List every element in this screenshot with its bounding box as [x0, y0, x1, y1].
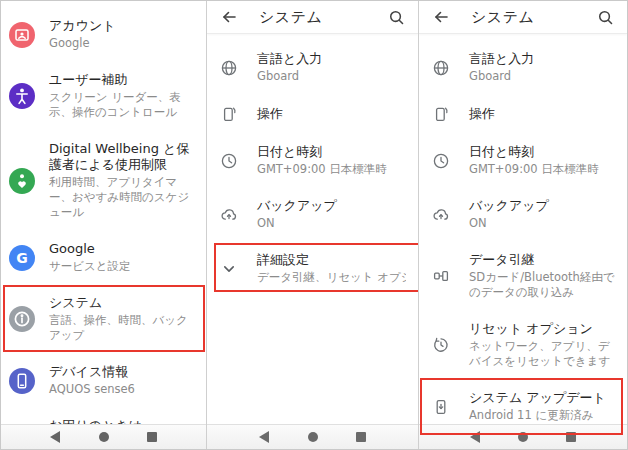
search-icon[interactable]	[597, 9, 614, 26]
panel-settings-main: アカウント Google ユーザー補助 スクリーン リーダー、表示、操作のコント…	[1, 1, 207, 449]
item-title: デバイス情報	[49, 364, 194, 380]
settings-item-google[interactable]: G Google サービスと設定	[1, 233, 206, 282]
svg-text:G: G	[16, 250, 28, 266]
google-icon: G	[9, 245, 35, 271]
search-icon[interactable]	[388, 9, 405, 26]
settings-item-language-input[interactable]: 言語と入力 Gboard	[207, 43, 418, 92]
settings-item-device-info[interactable]: デバイス情報 AQUOS sense6	[1, 356, 206, 405]
settings-item-system[interactable]: システム 言語、操作、時間、バックアップ	[1, 287, 206, 351]
datetime-clock-icon	[432, 152, 450, 170]
item-title: システム アップデート	[469, 390, 615, 406]
screenshot-triple-android-settings: アカウント Google ユーザー補助 スクリーン リーダー、表示、操作のコント…	[0, 0, 628, 450]
android-navbar	[1, 424, 206, 449]
nav-recents-button[interactable]	[352, 429, 370, 445]
panel-system-expanded: システム 言語と入力 Gboard 操作	[419, 1, 627, 449]
settings-list: アカウント Google ユーザー補助 スクリーン リーダー、表示、操作のコント…	[1, 1, 206, 449]
item-title: リセット オプション	[469, 321, 615, 337]
item-subtitle: Gboard	[257, 69, 406, 84]
settings-item-date-time[interactable]: 日付と時刻 GMT+09:00 日本標準時	[207, 136, 418, 185]
item-title: 言語と入力	[257, 51, 406, 67]
android-navbar	[207, 424, 418, 449]
back-arrow-icon[interactable]	[220, 8, 238, 26]
data-transfer-icon	[432, 267, 450, 285]
item-subtitle: Android 11 に更新済み	[469, 408, 615, 423]
system-settings-list: 言語と入力 Gboard 操作 日付と時刻 GMT	[207, 34, 418, 293]
item-title: 日付と時刻	[469, 144, 615, 160]
item-title: 詳細設定	[257, 252, 406, 268]
item-subtitle: SDカード/Bluetooth経由でのデータの取り込み	[469, 270, 615, 300]
item-title: Google	[49, 241, 194, 257]
item-subtitle: データ引継、リセット オプシ..	[257, 270, 406, 285]
nav-back-button[interactable]	[47, 429, 65, 445]
settings-item-backup[interactable]: バックアップ ON	[419, 190, 627, 239]
item-title: バックアップ	[469, 198, 615, 214]
settings-item-language-input[interactable]: 言語と入力 Gboard	[419, 43, 627, 92]
item-subtitle: サービスと設定	[49, 259, 194, 274]
settings-item-reset-options[interactable]: リセット オプション ネットワーク、アプリ、デバイスをリセットできます	[419, 313, 627, 377]
datetime-clock-icon	[220, 152, 238, 170]
nav-home-button[interactable]	[95, 429, 113, 445]
item-title: 日付と時刻	[257, 144, 406, 160]
item-title: 操作	[469, 106, 615, 122]
settings-item-backup[interactable]: バックアップ ON	[207, 190, 418, 239]
item-subtitle: 言語、操作、時間、バックアップ	[49, 313, 194, 343]
language-globe-icon	[432, 59, 450, 77]
chevron-down-icon	[220, 260, 238, 278]
item-subtitle: ON	[469, 216, 615, 231]
item-title: 言語と入力	[469, 51, 615, 67]
system-update-icon	[432, 398, 450, 416]
item-title: データ引継	[469, 252, 615, 268]
backup-cloud-icon	[220, 206, 238, 224]
nav-back-button[interactable]	[466, 429, 484, 445]
item-subtitle: Google	[49, 36, 194, 51]
item-subtitle: ON	[257, 216, 406, 231]
app-bar: システム	[419, 1, 627, 34]
system-settings-list: 言語と入力 Gboard 操作 日付と時刻 GMT	[419, 34, 627, 431]
item-subtitle: Gboard	[469, 69, 615, 84]
settings-item-gestures[interactable]: 操作	[207, 97, 418, 131]
back-arrow-icon[interactable]	[432, 8, 450, 26]
settings-item-advanced[interactable]: 詳細設定 データ引継、リセット オプシ..	[207, 244, 418, 293]
app-bar: システム	[207, 1, 418, 34]
page-title: システム	[471, 8, 534, 27]
settings-item-accessibility[interactable]: ユーザー補助 スクリーン リーダー、表示、操作のコントロール	[1, 64, 206, 128]
item-title: アカウント	[49, 18, 194, 34]
item-subtitle: ネットワーク、アプリ、デバイスをリセットできます	[469, 339, 615, 369]
item-subtitle: AQUOS sense6	[49, 382, 194, 397]
item-subtitle: GMT+09:00 日本標準時	[257, 162, 406, 177]
system-info-icon	[9, 306, 35, 332]
language-globe-icon	[220, 59, 238, 77]
device-info-icon	[9, 368, 35, 394]
item-subtitle: 利用時間、アプリタイマー、おやすみ時間のスケジュール	[49, 175, 194, 220]
settings-item-gestures[interactable]: 操作	[419, 97, 627, 131]
backup-cloud-icon	[432, 206, 450, 224]
nav-back-button[interactable]	[256, 429, 274, 445]
settings-item-data-transfer[interactable]: データ引継 SDカード/Bluetooth経由でのデータの取り込み	[419, 244, 627, 308]
settings-item-digital-wellbeing[interactable]: Digital Wellbeing と保護者による使用制限 利用時間、アプリタイ…	[1, 133, 206, 228]
item-title: バックアップ	[257, 198, 406, 214]
android-navbar	[419, 424, 627, 449]
account-icon	[9, 22, 35, 48]
item-title: システム	[49, 295, 194, 311]
nav-recents-button[interactable]	[562, 429, 580, 445]
settings-item-date-time[interactable]: 日付と時刻 GMT+09:00 日本標準時	[419, 136, 627, 185]
item-title: ユーザー補助	[49, 72, 194, 88]
reset-options-icon	[432, 336, 450, 354]
accessibility-icon	[9, 83, 35, 109]
item-subtitle: スクリーン リーダー、表示、操作のコントロール	[49, 90, 194, 120]
gestures-icon	[220, 105, 238, 123]
item-title: 操作	[257, 106, 406, 122]
item-title: Digital Wellbeing と保護者による使用制限	[49, 141, 194, 173]
page-title: システム	[259, 8, 322, 27]
settings-item-account[interactable]: アカウント Google	[1, 10, 206, 59]
nav-home-button[interactable]	[514, 429, 532, 445]
panel-system-collapsed: システム 言語と入力 Gboard 操作	[207, 1, 419, 449]
gestures-icon	[432, 105, 450, 123]
nav-home-button[interactable]	[304, 429, 322, 445]
nav-recents-button[interactable]	[143, 429, 161, 445]
item-subtitle: GMT+09:00 日本標準時	[469, 162, 615, 177]
wellbeing-icon	[9, 168, 35, 194]
